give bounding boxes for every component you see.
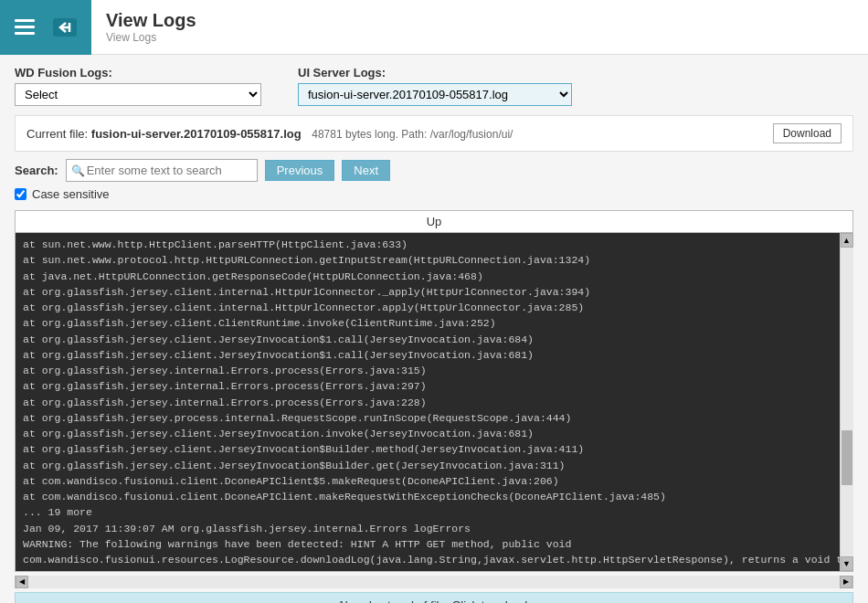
log-text-area[interactable]: at sun.net.www.http.HttpClient.parseHTTP… [16, 233, 840, 571]
log-scrollbar: ▲ ▼ [840, 233, 852, 571]
back-button[interactable] [46, 13, 84, 42]
log-line: at org.glassfish.jersey.process.internal… [23, 410, 832, 426]
log-line: at sun.net.www.protocol.http.HttpURLConn… [23, 252, 832, 268]
log-line: at com.wandisco.fusionui.client.DconeAPI… [23, 473, 832, 489]
log-line: com.wandisco.fusionui.resources.LogResou… [23, 552, 832, 567]
back-icon [53, 18, 77, 37]
log-content-wrapper: at sun.net.www.http.HttpClient.parseHTTP… [16, 233, 852, 571]
search-row: Search: 🔍 Previous Next [15, 159, 853, 182]
log-line: at java.net.HttpURLConnection.getRespons… [23, 269, 832, 284]
scrollbar-down-arrow[interactable]: ▼ [841, 556, 853, 571]
search-input-wrapper: 🔍 [66, 159, 258, 182]
log-line: at org.glassfish.jersey.internal.Errors.… [23, 395, 832, 410]
log-line: at org.glassfish.jersey.client.internal.… [23, 300, 832, 315]
scrollbar-track[interactable] [841, 248, 853, 556]
svg-rect-0 [15, 19, 35, 22]
case-sensitive-checkbox[interactable] [15, 188, 26, 200]
current-file-name: fusion-ui-server.20170109-055817.log [91, 127, 302, 141]
log-line: at sun.net.www.http.HttpClient.parseHTTP… [23, 237, 832, 252]
log-up-bar[interactable]: Up [16, 211, 852, 233]
status-bar[interactable]: Already at end of file. Click to reload. [15, 592, 853, 603]
scrollbar-thumb[interactable] [842, 430, 852, 485]
ui-server-logs-group: UI Server Logs: fusion-ui-server.2017010… [298, 66, 572, 106]
search-input[interactable] [66, 159, 258, 182]
log-line: at org.glassfish.jersey.client.internal.… [23, 284, 832, 300]
current-file-bar: Current file: fusion-ui-server.20170109-… [15, 115, 853, 152]
h-scroll-track[interactable] [28, 576, 840, 588]
next-button[interactable]: Next [342, 160, 390, 181]
page-subtitle: View Logs [106, 31, 196, 44]
header-icons [0, 0, 91, 55]
horizontal-scrollbar: ◀ ▶ [15, 576, 853, 588]
svg-rect-2 [15, 32, 35, 35]
log-line: at org.glassfish.jersey.client.JerseyInv… [23, 458, 832, 473]
h-scroll-right-arrow[interactable]: ▶ [840, 576, 852, 588]
log-line: Jan 09, 2017 11:39:07 AM org.glassfish.j… [23, 521, 832, 536]
previous-button[interactable]: Previous [265, 160, 335, 181]
app-header: View Logs View Logs [0, 0, 868, 55]
log-line: ... 19 more [23, 504, 832, 520]
wd-fusion-logs-group: WD Fusion Logs: Select [15, 66, 261, 106]
menu-button[interactable] [7, 14, 42, 41]
search-icon: 🔍 [71, 164, 85, 177]
wd-fusion-logs-select[interactable]: Select [15, 83, 261, 106]
log-line: at org.glassfish.jersey.internal.Errors.… [23, 378, 832, 394]
log-line: WARNING: The following warnings have bee… [23, 536, 832, 552]
scrollbar-up-arrow[interactable]: ▲ [841, 233, 853, 248]
current-file-meta: 48781 bytes long. Path: /var/log/fusion/… [312, 128, 513, 141]
log-line: at org.glassfish.jersey.client.JerseyInv… [23, 441, 832, 457]
ui-server-logs-select[interactable]: fusion-ui-server.20170109-055817.log [298, 83, 572, 106]
h-scroll-left-arrow[interactable]: ◀ [16, 576, 28, 588]
log-line: at com.wandisco.fusionui.client.DconeAPI… [23, 489, 832, 504]
log-line: at org.glassfish.jersey.client.JerseyInv… [23, 347, 832, 363]
log-line: at org.glassfish.jersey.internal.Errors.… [23, 363, 832, 378]
ui-server-logs-label: UI Server Logs: [298, 66, 572, 79]
log-selector-row: WD Fusion Logs: Select UI Server Logs: f… [15, 66, 853, 106]
log-line: at org.glassfish.jersey.client.JerseyInv… [23, 332, 832, 347]
case-sensitive-label: Case sensitive [32, 187, 110, 201]
header-title-area: View Logs View Logs [91, 3, 211, 51]
search-label: Search: [15, 164, 58, 177]
wd-fusion-logs-label: WD Fusion Logs: [15, 66, 261, 79]
current-file-info: Current file: fusion-ui-server.20170109-… [26, 127, 513, 141]
log-container: Up at sun.net.www.http.HttpClient.parseH… [15, 210, 853, 572]
log-line: at org.glassfish.jersey.client.ClientRun… [23, 315, 832, 331]
svg-rect-1 [15, 26, 35, 28]
page-title: View Logs [106, 10, 196, 31]
main-content: WD Fusion Logs: Select UI Server Logs: f… [0, 55, 868, 603]
current-file-label: Current file: fusion-ui-server.20170109-… [26, 127, 304, 141]
menu-icon [15, 19, 35, 36]
case-sensitive-row: Case sensitive [15, 187, 853, 201]
log-line: at org.glassfish.jersey.client.JerseyInv… [23, 426, 832, 441]
download-button[interactable]: Download [773, 123, 842, 143]
